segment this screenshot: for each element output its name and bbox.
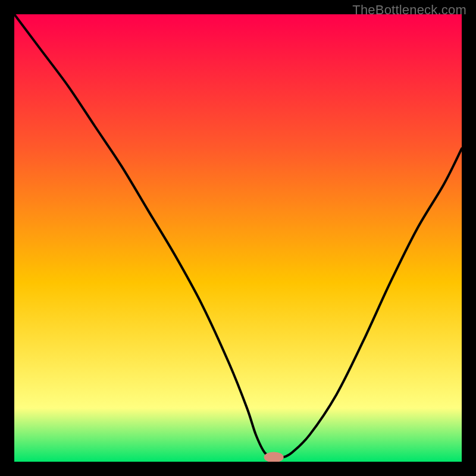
chart-svg [14, 14, 462, 462]
gradient-background [14, 14, 462, 462]
plot-area [14, 14, 462, 462]
chart-frame: TheBottleneck.com [0, 0, 476, 476]
